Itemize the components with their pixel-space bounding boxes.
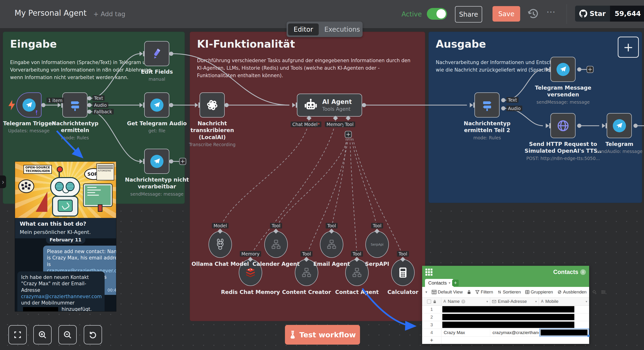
apps-grid-icon[interactable]: [426, 268, 432, 276]
port-label-tool: Tool: [397, 251, 409, 257]
bot-question: What can this bot do?: [20, 221, 112, 227]
github-star-label: Star: [590, 10, 606, 18]
comic-chair: [36, 192, 47, 212]
hide-button[interactable]: Ausblenden: [558, 290, 586, 295]
table-row[interactable]: 2: [422, 313, 589, 321]
tab-editor[interactable]: Editor: [288, 24, 319, 36]
node-nachrichtentyp-ermitteln[interactable]: [62, 92, 88, 118]
paint-icon: [592, 290, 597, 294]
port-label-memory: Memory: [240, 251, 261, 257]
node-email-agent[interactable]: [320, 231, 343, 258]
add-node-button[interactable]: +: [618, 36, 639, 58]
panel-expand-tab[interactable]: ›: [0, 176, 6, 188]
active-toggle[interactable]: [427, 8, 447, 20]
filter-button[interactable]: Filtern: [476, 290, 493, 295]
active-label: Active: [402, 10, 422, 18]
table-tab-bar: Contacts▾ +: [422, 278, 589, 287]
node-edit-fields[interactable]: [144, 41, 169, 66]
node-label: Edit Fields manual: [119, 68, 194, 82]
node-telegram-output[interactable]: [607, 113, 632, 138]
color-button[interactable]: [592, 290, 597, 294]
row-height-button[interactable]: [601, 290, 605, 294]
node-telegram-trigger[interactable]: [16, 92, 42, 118]
node-nachrichtentyp-teil2[interactable]: [474, 92, 500, 118]
table-row[interactable]: 3: [422, 321, 589, 329]
redacted-row: [442, 322, 574, 328]
column-header-name[interactable]: AName i ▾: [441, 298, 490, 306]
eye-slash-icon: [558, 290, 562, 294]
node-label: Nachrichtentyp ermitteln Teil 2 mode: Ru…: [454, 120, 520, 140]
test-workflow-button[interactable]: Test workflow: [285, 325, 360, 344]
add-connection-button[interactable]: +: [179, 158, 186, 165]
port-label-tool: Tool: [351, 251, 363, 257]
add-tag-button[interactable]: + Add tag: [93, 10, 125, 18]
ai-agent-subtitle: Tools Agent: [322, 106, 352, 112]
add-tab-button[interactable]: +: [452, 280, 459, 286]
checkbox[interactable]: [427, 300, 431, 304]
node-nachricht-transkribieren[interactable]: [200, 92, 225, 118]
sort-button[interactable]: Sortieren: [498, 290, 521, 295]
table-row[interactable]: 1: [422, 306, 589, 314]
redacted-row: [442, 314, 574, 320]
select-all-cell[interactable]: [422, 298, 441, 306]
tab-contacts[interactable]: Contacts▾: [425, 279, 454, 287]
group-button[interactable]: Gruppieren: [525, 290, 553, 295]
info-icon: i: [461, 300, 465, 304]
node-ollama-chat-model[interactable]: [208, 231, 232, 258]
telegram-icon: [556, 63, 570, 76]
serpapi-icon: SerpApi: [371, 242, 384, 246]
table-row[interactable]: 4 Crazy Max crazymax@crazierthaneve...: [422, 329, 589, 337]
bot-description: What can this bot do? Mein persönlicher …: [15, 218, 116, 238]
fit-view-icon: [13, 330, 22, 339]
cell-email[interactable]: crazymax@crazierthaneve...: [490, 329, 539, 336]
github-star-count[interactable]: 59,644: [610, 6, 644, 22]
add-row[interactable]: +: [422, 336, 589, 344]
share-button[interactable]: Share: [455, 6, 482, 22]
zoom-out-button[interactable]: [58, 325, 77, 344]
save-button[interactable]: Save: [492, 6, 520, 22]
node-calender-agent[interactable]: [264, 231, 288, 258]
cell-name[interactable]: Crazy Max: [441, 329, 490, 336]
zoom-in-button[interactable]: [33, 325, 52, 344]
node-send-http-request[interactable]: [550, 113, 576, 138]
column-header-mobile[interactable]: AMobile▾: [539, 298, 589, 306]
more-options-icon[interactable]: ⋯: [546, 6, 556, 17]
redacted-cell: [540, 330, 588, 336]
tab-executions[interactable]: Executions: [319, 24, 366, 36]
ai-agent-title: AI Agent: [322, 98, 352, 105]
add-connection-button[interactable]: +: [586, 66, 594, 73]
table-column-headers: AName i ▾ Email-Adresse▾ AMobile▾: [422, 298, 589, 306]
node-serpapi[interactable]: SerpApi: [366, 231, 389, 258]
github-star-widget[interactable]: Star 59,644: [575, 6, 644, 22]
node-ai-agent[interactable]: AI Agent Tools Agent: [297, 94, 362, 116]
telegram-icon: [150, 98, 164, 112]
zoom-out-icon: [63, 330, 72, 339]
node-nachrichtentyp-nicht-verarbeitbar[interactable]: [144, 149, 169, 174]
sticky-title: Ausgabe: [436, 38, 635, 50]
pin-icon: [34, 110, 40, 116]
view-menu-caret[interactable]: ▾: [426, 290, 427, 294]
group-icon: [525, 290, 529, 294]
pencil-icon: [151, 48, 163, 60]
tool-label: SerpAPI: [340, 261, 415, 267]
selected-cell-mobile[interactable]: [540, 329, 589, 336]
github-star-button[interactable]: Star: [575, 6, 610, 22]
node-label: Telegram sendAudio: message: [591, 141, 644, 154]
reset-zoom-button[interactable]: [84, 325, 102, 344]
node-get-telegram-audio[interactable]: [144, 92, 169, 118]
robot-head: [50, 177, 80, 197]
reset-icon: [88, 330, 97, 339]
default-view-button[interactable]: Default View: [432, 290, 463, 295]
lock-button[interactable]: [467, 290, 471, 294]
robot-antenna-ball: [57, 166, 63, 172]
column-header-email[interactable]: Email-Adresse▾: [490, 298, 539, 306]
workflow-title[interactable]: My Personal Agent: [14, 8, 86, 18]
email-link[interactable]: crazymax@crazierthannever.com: [21, 294, 102, 299]
history-icon[interactable]: [527, 8, 540, 20]
zoom-to-fit-button[interactable]: [8, 325, 27, 344]
lightning-icon: [7, 100, 16, 111]
info-icon[interactable]: i: [580, 269, 586, 275]
comic-monitor-stand: [98, 204, 102, 212]
add-tool-button[interactable]: +: [345, 131, 352, 138]
node-telegram-message-versenden[interactable]: [550, 57, 576, 82]
